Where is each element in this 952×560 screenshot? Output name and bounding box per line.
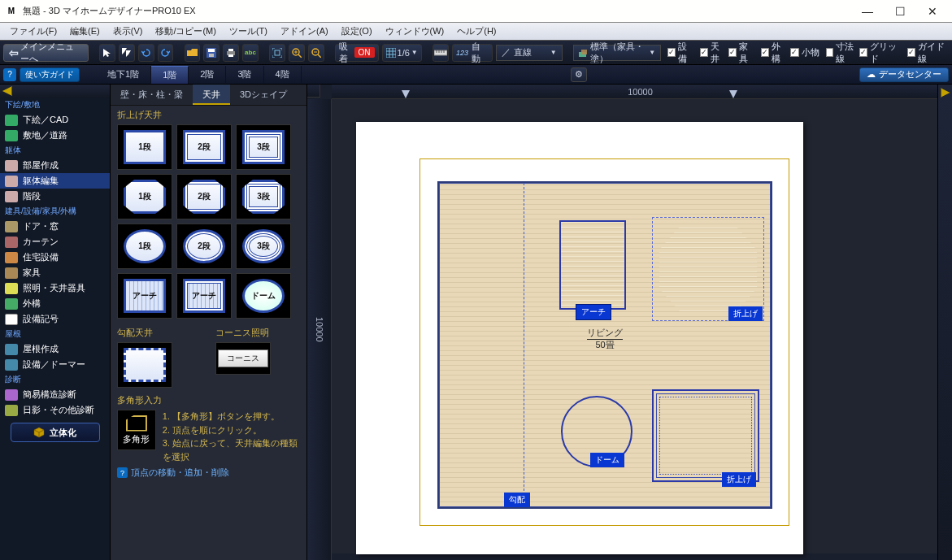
redo-button[interactable] [158, 44, 174, 62]
ruler-marker-right[interactable] [729, 90, 737, 98]
check-guide[interactable]: ✓ガイド線 [907, 41, 949, 65]
ruler-marker-left[interactable] [402, 90, 410, 98]
layer-select[interactable]: 標準（家具・塗） ▼ [573, 45, 661, 61]
tag-slope: 勾配 [504, 493, 530, 507]
polygon-tool[interactable]: 多角形 [117, 410, 156, 450]
menu-window[interactable]: ウィンドウ(W) [379, 24, 451, 39]
fold-rect[interactable] [652, 389, 759, 482]
multi-pointer-tool[interactable] [119, 44, 135, 62]
ceiling-sq-3[interactable]: 3段 [236, 124, 291, 170]
room-living[interactable]: リビング 50畳 アーチ 折上げ ドーム 折上げ 勾配 [437, 181, 772, 509]
nav-body-edit[interactable]: 躯体編集 [0, 173, 110, 189]
equip-icon [5, 252, 18, 263]
minimize-button[interactable]: ― [853, 2, 882, 20]
floor-tab-1f[interactable]: 1階 [151, 66, 189, 84]
menu-help[interactable]: ヘルプ(H) [450, 24, 502, 39]
ceiling-circ-2[interactable]: 2段 [176, 224, 232, 269]
check-dim[interactable]: 寸法線 [826, 41, 856, 65]
nav-exterior[interactable]: 外構 [0, 296, 110, 311]
nav-stairs[interactable]: 階段 [0, 189, 110, 204]
undo-button[interactable] [138, 44, 154, 62]
ceiling-arch-2[interactable]: アーチ [176, 273, 232, 319]
check-ceil[interactable]: ✓天井 [700, 41, 726, 65]
auto-measure-button[interactable]: 123 自動 [452, 44, 493, 62]
open-button[interactable] [185, 44, 201, 62]
datacenter-label: データセンター [879, 68, 941, 80]
nav-house-equip[interactable]: 住宅設備 [0, 250, 110, 265]
canvas-area[interactable]: 10000 10000 リビング 50畳 アーチ 折上げ [307, 85, 952, 560]
svg-rect-2 [209, 54, 214, 57]
text-tool[interactable]: abc [242, 44, 259, 62]
ruler-tool[interactable] [433, 44, 449, 62]
usage-guide-button[interactable]: 使い方ガイド [20, 67, 80, 82]
nav-sketch-cad[interactable]: 下絵／CAD [0, 112, 110, 128]
palette-tab-3dshape[interactable]: 3Dシェイプ [230, 85, 297, 105]
ceiling-circ-3[interactable]: 3段 [236, 224, 291, 269]
ceiling-palette-panel: 壁・床・柱・梁 天井 3Dシェイプ 折上げ天井 1段 2段 3段 1段 2段 3… [111, 85, 307, 560]
vertex-help-link[interactable]: ? 頂点の移動・追加・削除 [111, 463, 306, 482]
make-3d-button[interactable]: 立体化 [11, 423, 100, 442]
menu-tool[interactable]: ツール(T) [223, 24, 274, 39]
ceiling-dome[interactable]: ドーム [236, 273, 291, 319]
zoom-out-button[interactable] [308, 44, 324, 62]
snap-toggle[interactable]: 吸着 ON [335, 44, 379, 62]
menu-edit[interactable]: 編集(E) [63, 24, 107, 39]
main-menu-button[interactable]: ⇦ メインメニューへ [3, 44, 89, 62]
ceiling-oct-1[interactable]: 1段 [117, 174, 172, 219]
nav-furniture[interactable]: 家具 [0, 265, 110, 280]
palette-tab-walls[interactable]: 壁・床・柱・梁 [111, 85, 193, 105]
check-furn[interactable]: ✓家具 [728, 41, 754, 65]
dormer-icon [5, 359, 18, 371]
print-button[interactable] [223, 44, 239, 62]
save-button[interactable] [203, 44, 220, 62]
maximize-button[interactable]: ☐ [885, 2, 915, 20]
fit-view-button[interactable] [269, 44, 285, 62]
floor-tab-2f[interactable]: 2階 [189, 66, 226, 83]
nav-room-create[interactable]: 部屋作成 [0, 158, 110, 173]
ceiling-oct-2[interactable]: 2段 [176, 174, 232, 219]
nav-struct-diag[interactable]: 簡易構造診断 [0, 387, 110, 402]
menu-settings[interactable]: 設定(O) [335, 24, 379, 39]
cove-tile[interactable]: コーニス [215, 342, 271, 375]
menu-view[interactable]: 表示(V) [107, 24, 150, 39]
datacenter-button[interactable]: ☁ データセンター [859, 67, 949, 82]
ceiling-arch-1[interactable]: アーチ [117, 273, 172, 319]
right-collapse-button[interactable] [937, 85, 952, 560]
check-ext[interactable]: ✓外構 [761, 41, 787, 65]
close-button[interactable]: ✕ [918, 2, 947, 20]
pointer-tool[interactable] [99, 44, 115, 62]
line-type-select[interactable]: ／ 直線 ▼ [496, 45, 563, 61]
menu-file[interactable]: ファイル(F) [3, 24, 63, 39]
ceiling-sq-1[interactable]: 1段 [117, 124, 172, 170]
arch-shape[interactable] [559, 220, 626, 310]
grid-fraction-select[interactable]: 1/6 ▼ [382, 44, 422, 62]
nav-lighting[interactable]: 照明・天井器具 [0, 280, 110, 296]
svg-rect-25 [581, 50, 587, 54]
zoom-in-button[interactable] [289, 44, 305, 62]
floor-tab-b1[interactable]: 地下1階 [96, 66, 151, 83]
palette-tab-ceiling[interactable]: 天井 [193, 85, 230, 105]
left-collapse-button[interactable] [0, 85, 110, 98]
menu-addin[interactable]: アドイン(A) [274, 24, 335, 39]
canvas-stage[interactable]: リビング 50畳 アーチ 折上げ ドーム 折上げ 勾配 [332, 99, 949, 553]
ceiling-circ-1[interactable]: 1段 [117, 224, 172, 269]
nav-curtain[interactable]: カーテン [0, 234, 110, 250]
ceiling-oct-3[interactable]: 3段 [236, 174, 291, 219]
check-equip[interactable]: ✓設備 [667, 41, 693, 65]
menu-move[interactable]: 移動/コピー(M) [149, 24, 223, 39]
help-icon[interactable]: ? [3, 68, 16, 81]
slope-tile[interactable] [117, 342, 172, 388]
check-grid[interactable]: ✓グリッド [859, 41, 901, 65]
floor-tab-3f[interactable]: 3階 [226, 66, 263, 83]
ceiling-sq-2[interactable]: 2段 [176, 124, 232, 170]
floor-tab-4f[interactable]: 4階 [264, 66, 302, 83]
nav-equip-symbol[interactable]: 設備記号 [0, 311, 110, 327]
nav-dormer[interactable]: 設備／ドーマー [0, 357, 110, 372]
fold-octagon[interactable] [652, 217, 764, 321]
nav-door-window[interactable]: ドア・窓 [0, 219, 110, 234]
settings-gear-button[interactable]: ⚙ [571, 67, 587, 82]
nav-shadow-diag[interactable]: 日影・その他診断 [0, 402, 110, 418]
check-small[interactable]: ✓小物 [790, 41, 819, 65]
nav-roof-create[interactable]: 屋根作成 [0, 341, 110, 357]
nav-site-road[interactable]: 敷地／道路 [0, 128, 110, 143]
